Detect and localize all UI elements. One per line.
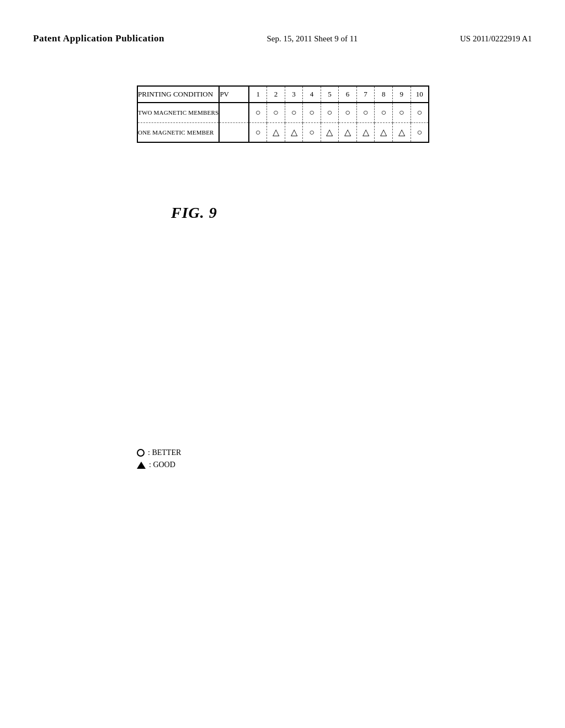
legend-circle: : BETTER (137, 447, 181, 459)
one-magnetic-col4: ○ (303, 122, 321, 142)
two-magnetic-col10: ○ (411, 103, 429, 122)
col-header-10: 10 (411, 86, 429, 103)
publication-number: US 2011/0222919 A1 (460, 34, 532, 44)
one-magnetic-col1: ○ (249, 122, 266, 142)
printing-condition-header: PRINTING CONDITION (137, 86, 219, 103)
table-row-one-magnetic: ONE MAGNETIC MEMBER ○ △ △ ○ △ △ △ △ △ ○ (137, 122, 429, 142)
two-magnetic-col8: ○ (375, 103, 393, 122)
col-header-2: 2 (267, 86, 285, 103)
pv-header: PV (219, 86, 249, 103)
triangle-label: : GOOD (149, 459, 175, 471)
col-header-3: 3 (285, 86, 303, 103)
one-magnetic-col7: △ (356, 122, 375, 142)
one-magnetic-col9: △ (393, 122, 411, 142)
two-magnetic-col7: ○ (356, 103, 375, 122)
publication-date-sheet: Sep. 15, 2011 Sheet 9 of 11 (266, 34, 358, 44)
one-magnetic-label: ONE MAGNETIC MEMBER (137, 122, 219, 142)
col-header-5: 5 (321, 86, 339, 103)
publication-title: Patent Application Publication (33, 33, 164, 44)
col-header-7: 7 (356, 86, 375, 103)
two-magnetic-col1: ○ (249, 103, 266, 122)
table-row-two-magnetic: TWO MAGNETIC MEMBERS ○ ○ ○ ○ ○ ○ ○ ○ ○ ○ (137, 103, 429, 122)
figure-label: FIG. 9 (171, 204, 217, 222)
two-magnetic-col3: ○ (285, 103, 303, 122)
two-magnetic-col5: ○ (321, 103, 339, 122)
one-magnetic-col2: △ (267, 122, 285, 142)
legend: : BETTER : GOOD (137, 447, 181, 472)
two-magnetic-col6: ○ (339, 103, 357, 122)
one-magnetic-col10: ○ (411, 122, 429, 142)
page-header: Patent Application Publication Sep. 15, … (0, 33, 565, 44)
one-magnetic-col5: △ (321, 122, 339, 142)
col-header-6: 6 (339, 86, 357, 103)
col-header-1: 1 (249, 86, 266, 103)
two-magnetic-col4: ○ (303, 103, 321, 122)
two-magnetic-pv (219, 103, 249, 122)
one-magnetic-col8: △ (375, 122, 393, 142)
two-magnetic-label: TWO MAGNETIC MEMBERS (137, 103, 219, 122)
circle-icon (137, 449, 145, 457)
legend-triangle: : GOOD (137, 459, 181, 471)
two-magnetic-col9: ○ (393, 103, 411, 122)
col-header-4: 4 (303, 86, 321, 103)
data-table-container: PRINTING CONDITION PV 1 2 3 4 5 6 7 8 9 … (137, 85, 429, 143)
results-table: PRINTING CONDITION PV 1 2 3 4 5 6 7 8 9 … (137, 85, 429, 143)
one-magnetic-pv (219, 122, 249, 142)
triangle-icon (137, 462, 146, 469)
col-header-8: 8 (375, 86, 393, 103)
one-magnetic-col3: △ (285, 122, 303, 142)
table-header-row: PRINTING CONDITION PV 1 2 3 4 5 6 7 8 9 … (137, 86, 429, 103)
circle-label: : BETTER (148, 447, 181, 459)
one-magnetic-col6: △ (339, 122, 357, 142)
col-header-9: 9 (393, 86, 411, 103)
two-magnetic-col2: ○ (267, 103, 285, 122)
